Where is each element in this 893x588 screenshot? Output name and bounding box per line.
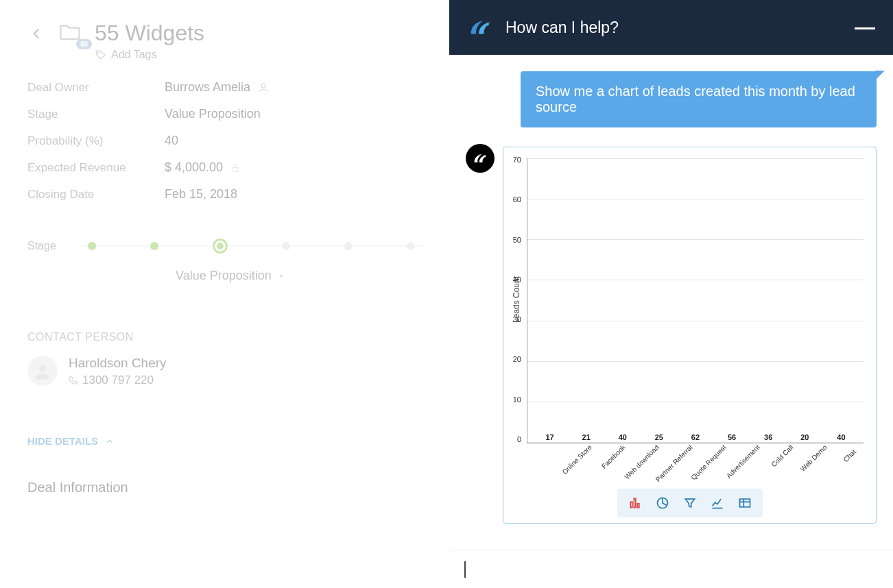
deal-detail-panel: 80 55 Widgets Add Tags Deal Owner Burrow… (0, 0, 449, 588)
contact-heading: CONTACT PERSON (27, 331, 422, 343)
stage-dot-current[interactable] (213, 238, 228, 254)
chart-x-tick: Advertisement (736, 443, 761, 468)
deal-folder-icon: 80 (55, 21, 85, 45)
deal-badge: 80 (76, 39, 92, 49)
svg-rect-6 (630, 502, 632, 507)
chart-x-tick: Facebook (602, 443, 626, 468)
deal-title: 55 Widgets (95, 21, 204, 46)
zia-avatar (466, 144, 495, 173)
chevron-down-icon (277, 272, 285, 280)
chart-bar[interactable]: 62 (682, 433, 709, 443)
svg-rect-7 (634, 498, 636, 507)
back-arrow-icon[interactable] (27, 25, 45, 42)
table-icon (738, 496, 752, 510)
chart-x-tick: Quote Request (702, 443, 727, 468)
chart-bar[interactable]: 40 (609, 433, 636, 443)
chart-x-tick: Web download (635, 443, 660, 468)
stage-dot[interactable] (344, 242, 353, 250)
add-tags-label: Add Tags (111, 49, 156, 61)
field-label-owner: Deal Owner (27, 81, 165, 95)
chart-x-tick: Partner Referral (669, 443, 693, 468)
input-cursor (464, 561, 466, 578)
avatar-icon (32, 360, 53, 381)
stage-stepper-label: Stage (27, 240, 56, 252)
chart-card: Leads Count 706050403020100 172140256256… (503, 147, 877, 524)
line-chart-icon (711, 496, 724, 510)
svg-point-4 (486, 23, 489, 26)
field-value-stage[interactable]: Value Proposition (165, 107, 261, 121)
chevron-up-icon (105, 437, 115, 446)
field-value-probability[interactable]: 40 (165, 134, 178, 148)
chart-bar[interactable]: 36 (754, 433, 782, 443)
chart-x-tick: Chat (837, 443, 861, 468)
chart-x-tick: Web Demo (803, 443, 828, 468)
stage-dropdown[interactable]: Value Proposition (176, 269, 422, 283)
chart-x-tick: Online Store (568, 443, 593, 468)
stage-dot[interactable] (282, 242, 290, 250)
stage-dot[interactable] (88, 242, 96, 250)
phone-icon (69, 376, 78, 385)
chart-y-ticks: 706050403020100 (503, 156, 521, 443)
svg-rect-2 (233, 167, 238, 171)
lock-icon (230, 162, 241, 173)
line-chart-button[interactable] (705, 493, 730, 513)
contact-name[interactable]: Haroldson Chery (69, 356, 167, 371)
chart-bar[interactable]: 56 (718, 433, 746, 443)
field-value-revenue[interactable]: $ 4,000.00 (165, 160, 241, 175)
chart-bar[interactable]: 25 (645, 433, 673, 443)
field-label-probability: Probability (%) (27, 134, 165, 148)
stage-dot[interactable] (150, 242, 158, 250)
assistant-title: How can I help? (505, 19, 842, 37)
contact-phone[interactable]: 1300 797 220 (69, 373, 167, 387)
hide-details-toggle[interactable]: HIDE DETAILS (27, 435, 422, 447)
chart-toolbar (617, 489, 763, 517)
table-button[interactable] (733, 493, 757, 513)
pie-chart-icon (656, 496, 669, 510)
stage-dot[interactable] (407, 242, 415, 250)
svg-point-3 (39, 365, 46, 371)
person-icon (257, 82, 270, 94)
bar-chart-button[interactable] (623, 493, 647, 513)
chart-x-tick: Cold Call (770, 443, 794, 468)
field-label-closing: Closing Date (27, 188, 165, 201)
svg-rect-8 (637, 504, 639, 508)
add-tags-button[interactable]: Add Tags (95, 49, 204, 61)
stage-stepper[interactable] (81, 245, 422, 247)
chart-x-labels: Online StoreFacebookWeb downloadPartner … (553, 443, 864, 451)
bar-chart-icon (628, 496, 642, 510)
contact-avatar[interactable] (27, 356, 58, 386)
chart-bar[interactable]: 20 (791, 433, 818, 443)
svg-point-0 (98, 52, 99, 53)
zia-avatar-icon (472, 150, 488, 167)
tag-icon (95, 49, 107, 61)
field-value-closing[interactable]: Feb 15, 2018 (165, 187, 237, 201)
chat-area: Show me a chart of leads created this mo… (449, 55, 893, 550)
filter-icon (683, 496, 697, 510)
chart-bar[interactable]: 17 (536, 433, 564, 443)
minimize-button[interactable]: — (855, 24, 875, 31)
svg-point-1 (261, 84, 265, 88)
zia-logo-icon (467, 14, 493, 40)
svg-point-5 (484, 156, 486, 158)
field-value-owner[interactable]: Burrows Amelia (165, 80, 270, 95)
chart-bar[interactable]: 40 (827, 433, 855, 443)
filter-button[interactable] (678, 493, 702, 513)
field-label-revenue: Expected Revenue (27, 161, 165, 175)
deal-info-heading: Deal Information (27, 480, 422, 495)
chart-plot-area: 172140256256362040 (527, 158, 864, 443)
assistant-header: How can I help? — (449, 0, 893, 55)
field-label-stage: Stage (27, 108, 165, 121)
chart-bar[interactable]: 21 (573, 433, 600, 443)
svg-rect-10 (739, 499, 750, 507)
assistant-panel: How can I help? — Show me a chart of lea… (449, 0, 893, 588)
assistant-input[interactable] (449, 550, 893, 588)
user-message-bubble: Show me a chart of leads created this mo… (521, 71, 877, 127)
pie-chart-button[interactable] (650, 493, 675, 513)
